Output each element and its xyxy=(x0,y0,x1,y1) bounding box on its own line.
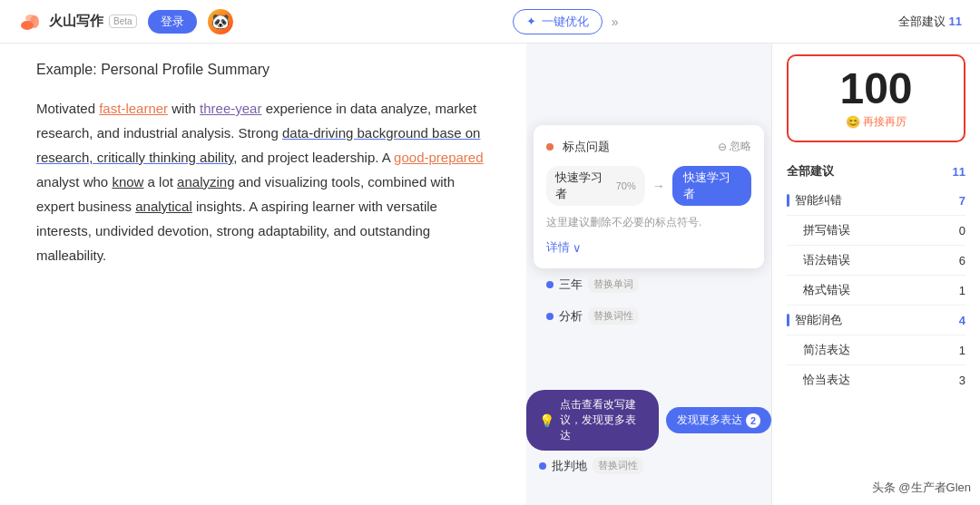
text-a-lot: a lot xyxy=(143,174,177,189)
score-emoji: 😊 xyxy=(846,115,860,129)
cat-bar-4 xyxy=(787,314,789,326)
text-motivated: Motivated xyxy=(36,101,99,116)
cat-left-4: 智能润色 xyxy=(787,312,842,328)
card-header: 标点问题 ⊖ 忽略 xyxy=(546,138,751,155)
dot-blue-icon-0 xyxy=(546,281,554,288)
cat-label-0: 智能纠错 xyxy=(795,192,842,209)
optimize-label: 一键优化 xyxy=(542,14,589,30)
tooltip-text: 点击查看改写建议，发现更多表达 xyxy=(560,397,646,443)
cat-label-1: 拼写错误 xyxy=(795,222,850,238)
right-panel: 100 😊 再接再厉 全部建议 11 智能纠错 7 xyxy=(771,44,980,505)
doc-title: Example: Personal Profile Summary xyxy=(36,62,490,78)
score-text: 再接再厉 xyxy=(863,114,906,130)
cat-total-count: 11 xyxy=(953,165,965,179)
cat-label-2: 语法错误 xyxy=(795,252,850,268)
word-arrow-icon: → xyxy=(652,179,665,193)
text-fast-learner[interactable]: fast-learner xyxy=(99,101,168,116)
logo-area: 火山写作 Beta xyxy=(18,9,137,34)
optimize-button[interactable]: ✦ 一键优化 xyxy=(513,9,603,34)
word-original: 快速学习者 70% xyxy=(546,166,645,206)
dot-blue-icon-last xyxy=(539,462,546,470)
word-compare: 快速学习者 70% → 快速学习者 xyxy=(546,166,751,206)
cat-item-4[interactable]: 智能润色 4 xyxy=(787,306,965,335)
tooltip-bubble: 💡 点击查看改写建议，发现更多表达 xyxy=(526,390,659,451)
score-box: 100 😊 再接再厉 xyxy=(787,54,965,142)
optimize-icon: ✦ xyxy=(526,15,536,28)
suggestions-count-header: 全部建议 11 xyxy=(898,14,962,30)
text-with: with xyxy=(168,101,200,116)
bulb-icon: 💡 xyxy=(539,413,554,428)
cat-item-6[interactable]: 恰当表达 3 xyxy=(787,365,965,394)
detail-chevron-icon: ∨ xyxy=(573,241,582,255)
discover-badge: 2 xyxy=(746,413,760,428)
suggestion-card: 标点问题 ⊖ 忽略 快速学习者 70% → 快速学习者 这里建议删除不必要的标点… xyxy=(534,125,764,268)
cat-left-5: 简洁表达 xyxy=(787,342,850,358)
suggestion-text-1: 分析 xyxy=(559,308,583,325)
cat-label-4: 智能润色 xyxy=(795,312,842,328)
score-number: 100 xyxy=(839,67,912,111)
suggestion-item-1[interactable]: 分析 替换词性 xyxy=(534,300,764,332)
cat-label-6: 恰当表达 xyxy=(795,372,850,388)
suggestion-tag-1: 替换词性 xyxy=(588,307,639,325)
middle-panel: 标点问题 ⊖ 忽略 快速学习者 70% → 快速学习者 这里建议删除不必要的标点… xyxy=(526,44,771,505)
cat-item-1[interactable]: 拼写错误 0 xyxy=(787,216,965,246)
cat-item-3[interactable]: 格式错误 1 xyxy=(787,276,965,306)
text-and-project: , and project leadership. A xyxy=(233,150,394,165)
app-name: 火山写作 xyxy=(49,13,103,30)
main-layout: Example: Personal Profile Summary Motiva… xyxy=(0,44,980,505)
cat-label-3: 格式错误 xyxy=(795,282,850,298)
word-new-button[interactable]: 快速学习者 xyxy=(672,166,751,206)
cat-left-0: 智能纠错 xyxy=(787,192,842,209)
suggestions-label: 全部建议 xyxy=(898,14,946,30)
doc-content: Motivated fast-learner with three-year e… xyxy=(36,96,490,267)
login-button[interactable]: 登录 xyxy=(148,10,197,34)
app-header: 火山写作 Beta 登录 🐼 ✦ 一键优化 » 全部建议 11 xyxy=(0,0,980,44)
cat-count-0: 7 xyxy=(959,194,965,208)
bottom-tooltip: 💡 点击查看改写建议，发现更多表达 发现更多表达 2 xyxy=(526,390,771,451)
score-label: 😊 再接再厉 xyxy=(846,114,906,130)
text-know[interactable]: know xyxy=(112,174,143,189)
cat-count-4: 4 xyxy=(959,314,965,327)
expand-icon[interactable]: » xyxy=(612,15,619,29)
suggestion-tag-last: 替换词性 xyxy=(593,457,643,474)
text-three-year[interactable]: three-year xyxy=(200,101,261,116)
cat-left-2: 语法错误 xyxy=(787,252,850,268)
cat-item-5[interactable]: 简洁表达 1 xyxy=(787,335,965,365)
card-category-area: 标点问题 xyxy=(546,138,610,155)
suggestion-text-last: 批判地 xyxy=(552,458,587,474)
ignore-button[interactable]: ⊖ 忽略 xyxy=(718,139,751,154)
word-score: 70% xyxy=(616,180,636,191)
suggestion-item-last[interactable]: 批判地 替换词性 xyxy=(526,453,656,478)
text-analyzing[interactable]: analyzing xyxy=(177,174,234,189)
ignore-label: 忽略 xyxy=(730,139,751,154)
suggestion-item-0[interactable]: 三年 替换单词 xyxy=(534,268,764,300)
text-analytical[interactable]: analytical xyxy=(135,199,192,214)
cat-left-1: 拼写错误 xyxy=(787,222,850,238)
cat-count-5: 1 xyxy=(959,344,965,357)
card-detail-button[interactable]: 详情 ∨ xyxy=(546,239,751,256)
cat-bar-0 xyxy=(787,194,789,207)
suggestion-tag-0: 替换单词 xyxy=(588,276,639,293)
avatar[interactable]: 🐼 xyxy=(208,9,233,34)
text-analyst-who: analyst who xyxy=(36,174,112,189)
dot-red-icon xyxy=(546,143,554,151)
discover-label: 发现更多表达 xyxy=(677,413,742,428)
cat-count-2: 6 xyxy=(959,254,965,267)
cat-left-3: 格式错误 xyxy=(787,282,850,298)
cat-total-label: 全部建议 xyxy=(787,163,834,180)
dot-blue-icon-1 xyxy=(546,313,554,320)
cat-item-2[interactable]: 语法错误 6 xyxy=(787,246,965,276)
discover-button[interactable]: 发现更多表达 2 xyxy=(666,407,771,433)
ignore-icon: ⊖ xyxy=(718,141,727,153)
cat-count-6: 3 xyxy=(959,374,965,387)
card-hint: 这里建议删除不必要的标点符号. xyxy=(546,215,751,230)
cat-left-6: 恰当表达 xyxy=(787,372,850,388)
cat-item-0[interactable]: 智能纠错 7 xyxy=(787,186,965,216)
suggestions-badge: 11 xyxy=(949,15,962,28)
cat-label-5: 简洁表达 xyxy=(795,342,850,358)
detail-label: 详情 xyxy=(546,239,570,256)
cat-count-3: 1 xyxy=(959,284,965,297)
word-original-text: 快速学习者 xyxy=(555,170,612,202)
logo-icon xyxy=(18,9,44,34)
text-good-prepared[interactable]: good-prepared xyxy=(394,150,483,165)
